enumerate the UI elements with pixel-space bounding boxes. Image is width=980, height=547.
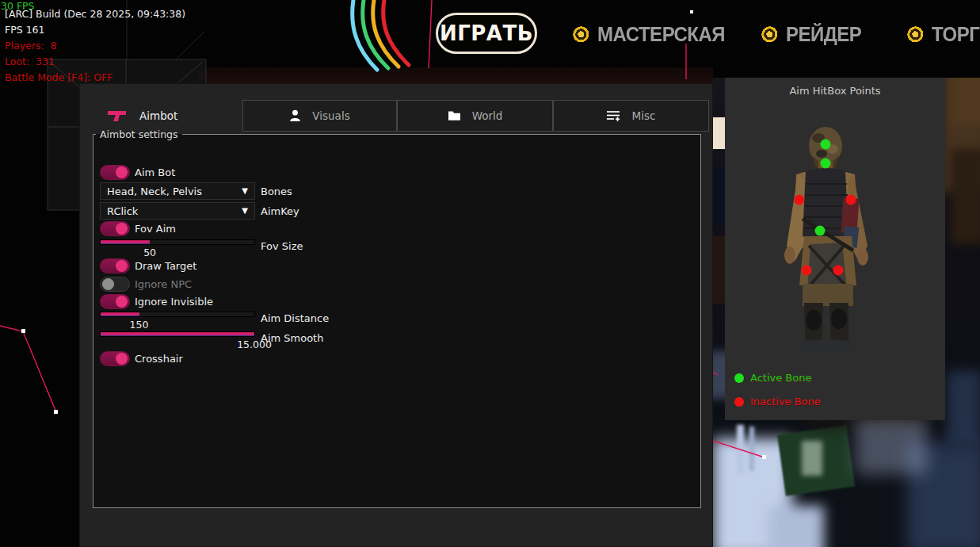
menu-item-label: ТОРГО — [932, 23, 980, 46]
coin-icon — [907, 26, 925, 44]
ignore-npc-label: Ignore NPC — [135, 278, 192, 290]
fov-size-label: Fov Size — [261, 240, 303, 252]
crosshair-toggle[interactable] — [100, 351, 130, 366]
toggle-knob — [102, 278, 114, 290]
active-bone-dot[interactable] — [821, 139, 831, 149]
scene-rock — [951, 149, 980, 244]
scene-blue-blob — [947, 371, 980, 450]
menu-item-workshop[interactable]: МАСТЕРСКАЯ — [573, 24, 725, 46]
toggle-knob — [116, 223, 128, 235]
legend-inactive-label: Inactive Bone — [750, 396, 821, 407]
hud-loot-label: Loot: 331 — [5, 55, 55, 67]
tab-aimbot[interactable]: Aimbot — [108, 100, 177, 132]
coin-icon — [573, 26, 591, 44]
aimkey-dropdown[interactable]: RClick ▼ — [100, 202, 255, 220]
slider-fill — [101, 332, 254, 336]
scene-light-block — [713, 117, 726, 149]
inactive-bone-dot[interactable] — [802, 266, 812, 276]
aimkey-label: AimKey — [261, 205, 299, 217]
scene-sign-figure — [802, 441, 822, 476]
toggle-knob — [116, 296, 128, 308]
ignore-npc-toggle[interactable] — [100, 277, 130, 292]
hitbox-panel-title: Aim HitBox Points — [725, 85, 945, 97]
inactive-bone-dot[interactable] — [846, 195, 856, 205]
slider-fill — [101, 240, 150, 244]
hud-players-label: Players: 8 — [5, 40, 57, 52]
pistol-icon — [108, 109, 127, 122]
play-button-label: ИГРАТЬ — [440, 21, 533, 45]
hud-build-label: [ARC] Build (Dec 28 2025, 09:43:38) — [5, 8, 185, 20]
legend-inactive-bone: Inactive Bone — [734, 396, 821, 407]
play-button[interactable]: ИГРАТЬ — [436, 13, 537, 54]
cheat-menu-panel: Aimbot Visuals World — [79, 83, 713, 547]
chevron-down-icon: ▼ — [242, 207, 248, 215]
menu-item-raider[interactable]: РЕЙДЕР — [761, 24, 861, 46]
screen-root: 30 FPS [ARC] Build (Dec 28 2025, 09:43:3… — [0, 0, 980, 547]
player-model — [780, 125, 875, 357]
toggle-knob — [116, 353, 128, 365]
aim-bot-label: Aim Bot — [135, 166, 175, 178]
aimbot-settings-group: Aimbot settings Aim Bot Head, Neck, Pelv… — [93, 128, 701, 508]
tab-visuals[interactable]: Visuals — [242, 100, 397, 132]
aim-smooth-label: Aim Smooth — [261, 332, 323, 344]
fov-size-slider[interactable]: 50 — [100, 239, 255, 245]
active-bone-icon — [734, 373, 744, 383]
fov-aim-toggle[interactable] — [100, 221, 130, 236]
crosshair-label: Crosshair — [135, 353, 183, 365]
hitbox-panel: Aim HitBox Points — [725, 78, 945, 420]
scene-streak — [749, 427, 754, 471]
legend-active-label: Active Bone — [750, 372, 811, 384]
legend-active-bone: Active Bone — [734, 372, 811, 384]
inactive-bone-dot[interactable] — [795, 195, 805, 205]
tab-label: World — [472, 109, 503, 122]
scene-snow-blob — [856, 419, 927, 474]
ignore-invisible-toggle[interactable] — [100, 294, 130, 309]
tab-world[interactable]: World — [397, 100, 553, 132]
ignore-invisible-label: Ignore Invisible — [135, 296, 213, 308]
scene-snow-blob — [768, 506, 824, 547]
scene-streak — [737, 425, 744, 474]
active-bone-dot[interactable] — [821, 158, 831, 168]
hitbox-dots — [780, 125, 875, 357]
toggle-knob — [116, 166, 128, 178]
active-bone-dot[interactable] — [815, 225, 826, 235]
bones-dropdown-value: Head, Neck, Pelvis — [107, 186, 202, 197]
tab-label: Visuals — [312, 109, 349, 122]
aim-smooth-slider[interactable]: 15.000 — [100, 331, 255, 337]
aimkey-dropdown-value: RClick — [107, 205, 138, 217]
person-icon — [289, 109, 301, 122]
menu-item-label: РЕЙДЕР — [786, 23, 861, 46]
inactive-bone-dot[interactable] — [833, 266, 843, 276]
fov-size-value: 50 — [143, 247, 156, 258]
bones-dropdown[interactable]: Head, Neck, Pelvis ▼ — [100, 182, 255, 200]
tab-label: Aimbot — [139, 109, 177, 122]
group-title: Aimbot settings — [96, 128, 182, 140]
tab-misc[interactable]: Misc — [553, 100, 709, 132]
draw-target-label: Draw Target — [135, 260, 196, 272]
scene-dark-block — [713, 166, 726, 226]
fov-aim-label: Fov Aim — [135, 223, 176, 235]
scene-rock — [951, 78, 980, 125]
inactive-bone-icon — [734, 397, 744, 407]
tab-label: Misc — [632, 109, 656, 122]
menu-item-trade[interactable]: ТОРГО — [907, 24, 980, 46]
slider-fill — [101, 312, 139, 316]
chevron-down-icon: ▼ — [242, 187, 248, 195]
menu-item-label: МАСТЕРСКАЯ — [597, 23, 725, 46]
draw-target-toggle[interactable] — [100, 258, 130, 274]
aim-distance-slider[interactable]: 150 — [100, 312, 255, 317]
aim-distance-label: Aim Distance — [261, 312, 329, 324]
hud-battle-mode-label: Battle Mode [F4]: OFF — [5, 71, 113, 83]
toggle-knob — [116, 260, 128, 272]
bones-label: Bones — [261, 186, 292, 197]
scene-brown-block — [713, 236, 726, 304]
hud-fps-label: FPS 161 — [5, 24, 45, 36]
scene-horizon-strip — [198, 67, 713, 83]
aim-bot-toggle[interactable] — [100, 165, 130, 180]
sliders-icon — [607, 110, 621, 122]
folder-icon — [448, 110, 461, 121]
coin-icon — [761, 26, 780, 44]
aim-distance-value: 150 — [130, 319, 149, 331]
